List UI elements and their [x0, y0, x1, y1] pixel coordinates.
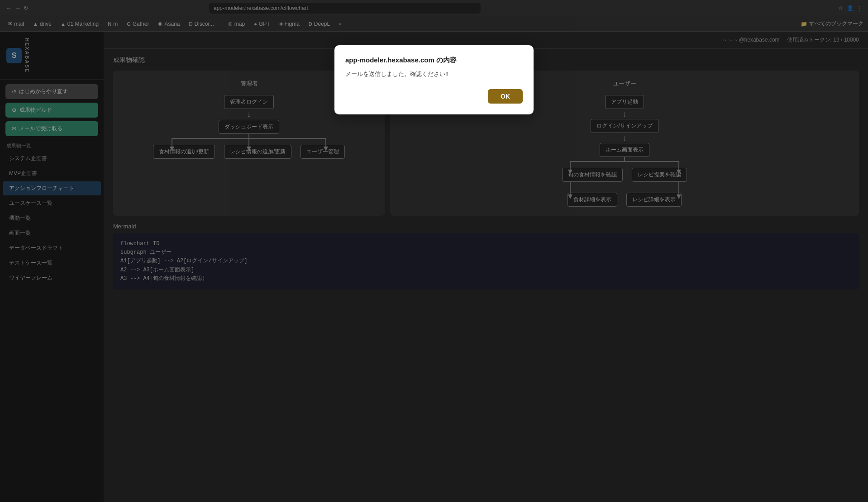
modal-message: メールを送信しました。確認ください!! [345, 70, 523, 78]
modal-ok-button[interactable]: OK [488, 89, 523, 104]
modal-title: app-modeler.hexabase.com の内容 [345, 56, 523, 65]
modal-footer: OK [345, 89, 523, 104]
modal-dialog: app-modeler.hexabase.com の内容 メールを送信しました。… [334, 45, 534, 114]
modal-overlay[interactable]: app-modeler.hexabase.com の内容 メールを送信しました。… [0, 0, 868, 502]
